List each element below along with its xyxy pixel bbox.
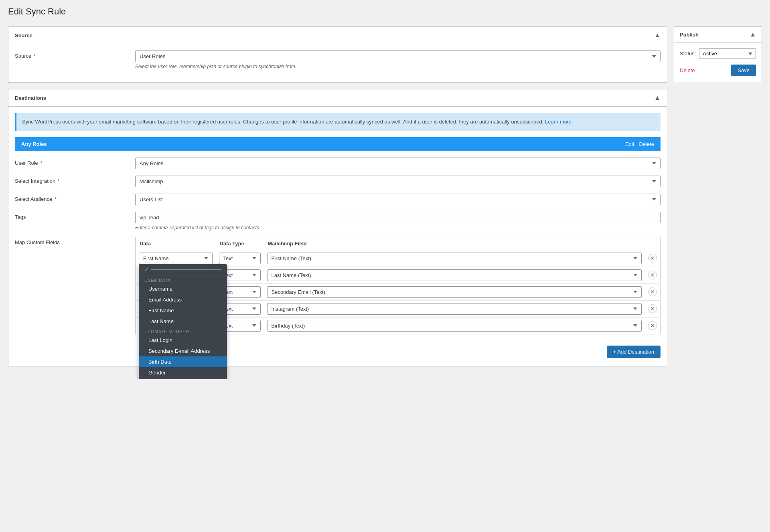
dropdown-divider: ✓ [139, 264, 227, 275]
field-cell-4: Instagram (Text) [264, 300, 645, 317]
destination-title: Any Roles [21, 141, 47, 147]
save-button[interactable]: Save [731, 65, 756, 76]
remove-row-2-button[interactable]: ✕ [648, 271, 657, 279]
main-content: Source ▲ Source * User Roles Membership … [8, 26, 667, 373]
field-select-2[interactable]: Last Name (Text) [267, 269, 642, 281]
integration-control: Mailchimp ActiveCampaign ConvertKit [135, 176, 661, 187]
ultimate-member-group-label: Ultimate Member [139, 327, 227, 335]
publish-collapse-icon[interactable]: ▲ [750, 31, 756, 38]
tags-label: Tags [15, 212, 135, 220]
field-select-4[interactable]: Instagram (Text) [267, 303, 642, 315]
field-select-3[interactable]: Secondary Email (Text) [267, 286, 642, 298]
source-panel-title: Source [15, 32, 32, 38]
tags-input[interactable] [135, 212, 661, 223]
data-select-wrapper-1: First Name Last Name Email Address [139, 253, 213, 264]
map-field-row-1: First Name Last Name Email Address [136, 250, 661, 267]
dropdown-item-gender[interactable]: Gender [139, 367, 227, 378]
source-panel: Source ▲ Source * User Roles Membership … [8, 26, 667, 83]
publish-panel-header: Publish ▲ [674, 27, 762, 42]
dropdown-item-birthdate[interactable]: Birth Date [139, 356, 227, 367]
remove-cell-4: ✕ [645, 300, 661, 317]
remove-cell-2: ✕ [645, 267, 661, 283]
audience-row: Select Audience * Users List Newsletter [15, 194, 661, 205]
field-select-5[interactable]: Birthday (Text) [267, 320, 642, 332]
map-fields-header-row: Data Data Type Mailchimp Field [136, 237, 661, 250]
source-form-row: Source * User Roles Membership Plan Sour… [15, 51, 661, 69]
user-role-label: User Role * [15, 158, 135, 166]
audience-label: Select Audience * [15, 194, 135, 202]
delete-link[interactable]: Delete [680, 67, 695, 73]
tags-control: Enter a comma-separated list of tags to … [135, 212, 661, 231]
col-type: Data Type [216, 237, 264, 250]
integration-select[interactable]: Mailchimp ActiveCampaign ConvertKit [135, 176, 661, 187]
tags-hint: Enter a comma-separated list of tags to … [135, 225, 661, 231]
publish-status-select[interactable]: Active Inactive [699, 48, 756, 59]
dropdown-item-email[interactable]: Email Address [139, 294, 227, 305]
publish-status-row: Status: Active Inactive [680, 48, 756, 59]
field-cell-5: Birthday (Text) [264, 317, 645, 334]
publish-panel: Publish ▲ Status: Active Inactive Delete… [674, 26, 762, 82]
dropdown-item-country[interactable]: Country [139, 378, 227, 379]
remove-cell-1: ✕ [645, 250, 661, 267]
publish-actions: Delete Save [680, 65, 756, 76]
field-cell-3: Secondary Email (Text) [264, 283, 645, 300]
field-select-1[interactable]: First Name (Text) [267, 253, 642, 264]
destinations-collapse-icon[interactable]: ▲ [654, 94, 661, 101]
destinations-footer: + Add Destination [15, 341, 661, 360]
user-role-select[interactable]: Any Roles Administrator Editor Subscribe… [135, 158, 661, 169]
source-panel-body: Source * User Roles Membership Plan Sour… [8, 44, 667, 82]
destinations-panel-header: Destinations ▲ [8, 89, 667, 107]
map-fields-control: Data Data Type Mailchimp Field [135, 237, 661, 334]
sidebar: Publish ▲ Status: Active Inactive Delete… [674, 26, 762, 373]
learn-more-link[interactable]: Learn more [545, 119, 571, 125]
info-box: Sync WordPress users with your email mar… [15, 113, 661, 131]
audience-control: Users List Newsletter [135, 194, 661, 205]
source-label: Source * [15, 51, 135, 59]
map-fields-label: Map Custom Fields [15, 237, 135, 245]
publish-panel-body: Status: Active Inactive Delete Save [674, 42, 762, 82]
source-hint: Select the user role, membership plan or… [135, 64, 661, 69]
audience-select[interactable]: Users List Newsletter [135, 194, 661, 205]
tags-row: Tags Enter a comma-separated list of tag… [15, 212, 661, 231]
map-fields-row: Map Custom Fields Data Data Type Mailchi… [15, 237, 661, 334]
destinations-panel-body: Sync WordPress users with your email mar… [8, 107, 667, 366]
add-destination-button[interactable]: + Add Destination [607, 346, 661, 358]
destination-delete-link[interactable]: Delete [639, 141, 654, 147]
data-select-1[interactable]: First Name Last Name Email Address [139, 253, 213, 264]
data-dropdown-1: ✓ User Data Username Email Address First… [139, 264, 227, 379]
remove-cell-3: ✕ [645, 283, 661, 300]
source-control-wrapper: User Roles Membership Plan Source Plugin… [135, 51, 661, 69]
destination-header: Any Roles Edit Delete [15, 137, 661, 151]
dropdown-item-username[interactable]: Username [139, 283, 227, 294]
remove-row-4-button[interactable]: ✕ [648, 304, 657, 313]
source-select[interactable]: User Roles Membership Plan Source Plugin [135, 51, 661, 62]
remove-row-3-button[interactable]: ✕ [648, 287, 657, 296]
user-role-row: User Role * Any Roles Administrator Edit… [15, 158, 661, 169]
user-role-control: Any Roles Administrator Editor Subscribe… [135, 158, 661, 169]
destinations-panel: Destinations ▲ Sync WordPress users with… [8, 89, 667, 366]
col-data: Data [136, 237, 216, 250]
source-collapse-icon[interactable]: ▲ [654, 32, 661, 39]
data-cell-1: First Name Last Name Email Address [136, 250, 216, 267]
integration-row: Select Integration * Mailchimp ActiveCam… [15, 176, 661, 187]
publish-status-label: Status: [680, 51, 696, 57]
remove-cell-5: ✕ [645, 317, 661, 334]
destination-edit-link[interactable]: Edit [625, 141, 634, 147]
dropdown-item-lastlogin[interactable]: Last Login [139, 335, 227, 346]
remove-row-1-button[interactable]: ✕ [648, 254, 657, 263]
integration-label: Select Integration * [15, 176, 135, 184]
dropdown-item-firstname[interactable]: First Name [139, 305, 227, 316]
dropdown-item-lastname[interactable]: Last Name [139, 316, 227, 327]
publish-panel-title: Publish [680, 32, 699, 38]
map-fields-table: Data Data Type Mailchimp Field [135, 237, 661, 334]
col-remove [645, 237, 661, 250]
page-title: Edit Sync Rule [0, 0, 770, 20]
type-select-1[interactable]: Text Number Date [219, 253, 261, 264]
remove-row-5-button[interactable]: ✕ [648, 321, 657, 330]
field-cell-1: First Name (Text) [264, 250, 645, 267]
col-field: Mailchimp Field [264, 237, 645, 250]
user-data-group-label: User Data [139, 275, 227, 283]
dropdown-item-secondary-email[interactable]: Secondary E-mail Address [139, 346, 227, 356]
source-required: * [32, 53, 36, 59]
source-panel-header: Source ▲ [8, 27, 667, 44]
